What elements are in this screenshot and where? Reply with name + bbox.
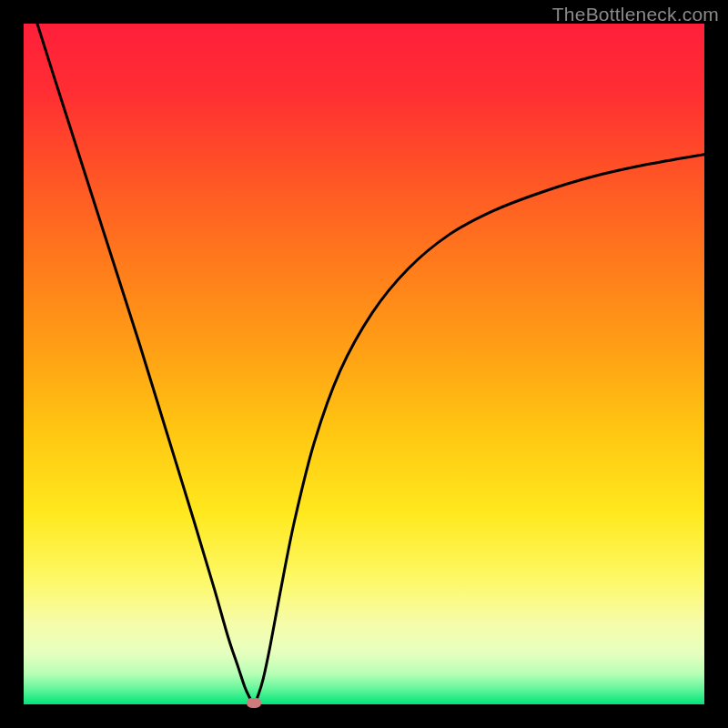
watermark-text: TheBottleneck.com: [552, 4, 719, 25]
gradient-background: [24, 24, 704, 704]
bottleneck-chart: [24, 24, 704, 704]
optimal-point-marker: [247, 698, 261, 708]
chart-frame: [24, 24, 704, 704]
